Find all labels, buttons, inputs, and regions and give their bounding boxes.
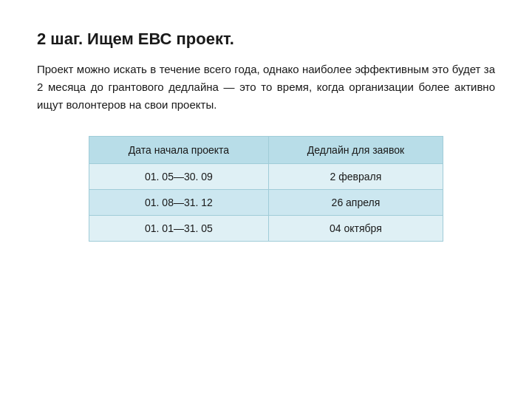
- table-wrapper: Дата начала проекта Дедлайн для заявок 0…: [37, 136, 495, 242]
- table-row: 01. 08—31. 1226 апреля: [89, 190, 443, 216]
- project-table: Дата начала проекта Дедлайн для заявок 0…: [89, 136, 443, 242]
- cell-deadline: 04 октября: [268, 216, 443, 242]
- header-deadline: Дедлайн для заявок: [268, 137, 443, 164]
- cell-deadline: 2 февраля: [268, 164, 443, 190]
- table-row: 01. 05—30. 092 февраля: [89, 164, 443, 190]
- page-title: 2 шаг. Ищем ЕВС проект.: [37, 30, 495, 49]
- header-start-date: Дата начала проекта: [89, 137, 269, 164]
- cell-date: 01. 01—31. 05: [89, 216, 269, 242]
- table-header-row: Дата начала проекта Дедлайн для заявок: [89, 137, 443, 164]
- table-row: 01. 01—31. 0504 октября: [89, 216, 443, 242]
- cell-date: 01. 05—30. 09: [89, 164, 269, 190]
- description-text: Проект можно искать в течение всего года…: [37, 61, 495, 114]
- cell-date: 01. 08—31. 12: [89, 190, 269, 216]
- cell-deadline: 26 апреля: [268, 190, 443, 216]
